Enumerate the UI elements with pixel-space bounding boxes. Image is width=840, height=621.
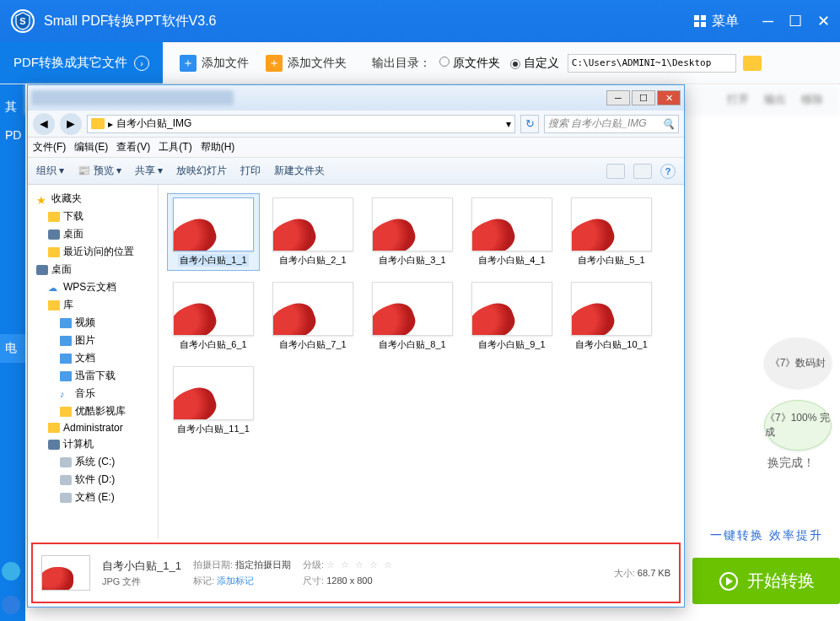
menu-button[interactable]: 菜单 xyxy=(693,13,739,30)
thumbnail xyxy=(571,197,652,251)
detail-thumbnail xyxy=(41,555,90,591)
dialog-menubar: 文件(F) 编辑(E) 查看(V) 工具(T) 帮助(H) xyxy=(28,138,684,158)
open-action[interactable]: 打开 xyxy=(727,92,749,107)
tree-item[interactable]: 库 xyxy=(30,296,156,314)
monitor-icon xyxy=(48,440,60,450)
titlebar: S Small PDF转换PPT软件V3.6 菜单 ─ ☐ ✕ xyxy=(0,0,840,42)
tree-item[interactable]: 计算机 xyxy=(30,435,156,453)
sidebar-tab-3[interactable]: 电 xyxy=(0,334,25,363)
file-label: 自考小白贴_2_1 xyxy=(279,254,346,267)
sidebar-tab-2[interactable]: PD xyxy=(0,122,25,148)
organize-button[interactable]: 组织 ▾ xyxy=(36,164,64,178)
detail-date[interactable]: 指定拍摄日期 xyxy=(235,559,291,570)
detail-dimensions: 1280 x 800 xyxy=(326,575,372,586)
detail-tag[interactable]: 添加标记 xyxy=(217,575,254,586)
folder-icon xyxy=(91,118,105,129)
minimize-button[interactable]: ─ xyxy=(762,14,773,29)
breadcrumb[interactable]: ▸ 自考小白贴_IMG ▾ xyxy=(87,115,515,133)
share-button[interactable]: 共享 ▾ xyxy=(135,164,163,178)
browse-folder-icon[interactable] xyxy=(743,56,762,71)
promo-link[interactable]: 一键转换 效率提升 xyxy=(710,528,823,543)
tree-item[interactable]: ★收藏夹 xyxy=(30,190,156,208)
tree-item[interactable]: 视频 xyxy=(30,314,156,332)
tree-item[interactable]: 系统 (C:) xyxy=(30,453,156,471)
tree-item[interactable]: 图片 xyxy=(30,332,156,349)
refresh-button[interactable]: ↻ xyxy=(520,115,539,133)
menu-tools[interactable]: 工具(T) xyxy=(159,140,191,154)
tree-item[interactable]: 桌面 xyxy=(30,225,156,243)
status-bubble-1: 《7》数码封 xyxy=(764,338,832,388)
dialog-titlebar[interactable]: ─ ☐ ✕ xyxy=(28,85,684,111)
radio-custom-folder[interactable]: 自定义 xyxy=(510,56,559,71)
tab-pdf-convert[interactable]: PDF转换成其它文件 › xyxy=(0,42,163,84)
radio-original-folder[interactable]: 原文件夹 xyxy=(439,56,500,71)
preview-pane-button[interactable] xyxy=(633,164,652,179)
output-action[interactable]: 输出 xyxy=(764,92,786,107)
menu-help[interactable]: 帮助(H) xyxy=(201,140,235,154)
thumbnail xyxy=(471,197,552,251)
sidebar-tab-1[interactable]: 其 xyxy=(0,93,25,122)
print-button[interactable]: 打印 xyxy=(240,164,261,178)
preview-button[interactable]: 📰 预览 ▾ xyxy=(78,164,121,178)
add-file-button[interactable]: ＋ 添加文件 xyxy=(180,55,249,72)
tree-item[interactable]: ☁WPS云文档 xyxy=(30,278,156,296)
nav-forward-button[interactable]: ► xyxy=(60,113,82,135)
new-folder-button[interactable]: 新建文件夹 xyxy=(274,164,325,178)
add-folder-button[interactable]: ＋ 添加文件夹 xyxy=(266,55,347,72)
tree-item[interactable]: 优酷影视库 xyxy=(30,402,156,420)
taskbar-icon-1[interactable] xyxy=(2,562,20,580)
file-item[interactable]: 自考小白贴_4_1 xyxy=(466,193,558,271)
file-item[interactable]: 自考小白贴_3_1 xyxy=(366,193,459,271)
start-convert-button[interactable]: 开始转换 xyxy=(692,558,840,604)
nav-back-button[interactable]: ◄ xyxy=(33,113,55,135)
file-item[interactable]: 自考小白贴_2_1 xyxy=(267,193,359,271)
menu-edit[interactable]: 编辑(E) xyxy=(74,140,108,154)
dialog-maximize-button[interactable]: ☐ xyxy=(632,90,655,105)
svg-rect-4 xyxy=(694,22,699,27)
chevron-right-icon: › xyxy=(134,56,149,71)
tree-item[interactable]: 桌面 xyxy=(30,261,156,278)
file-item[interactable]: 自考小白贴_8_1 xyxy=(366,278,459,355)
taskbar-icon-2[interactable] xyxy=(2,596,20,614)
thumbnail xyxy=(173,282,254,336)
folder-icon xyxy=(48,247,60,257)
file-item[interactable]: 自考小白贴_11_1 xyxy=(167,362,260,440)
folder-tree: ★收藏夹下载桌面最近访问的位置桌面☁WPS云文档库视频图片文档迅雷下载♪音乐优酷… xyxy=(28,185,159,539)
help-icon[interactable]: ? xyxy=(660,164,676,179)
menu-file[interactable]: 文件(F) xyxy=(33,140,66,154)
tree-item[interactable]: 文档 (E:) xyxy=(30,489,156,506)
file-item[interactable]: 自考小白贴_7_1 xyxy=(267,278,359,355)
left-sidebar: 其 PD 电 xyxy=(0,84,25,621)
rating-stars[interactable]: ☆ ☆ ☆ ☆ ☆ xyxy=(326,559,394,570)
tree-item[interactable]: 迅雷下载 xyxy=(30,367,156,385)
maximize-button[interactable]: ☐ xyxy=(789,14,802,29)
tree-item[interactable]: ♪音乐 xyxy=(30,385,156,402)
tree-item[interactable]: 最近访问的位置 xyxy=(30,243,156,261)
thumbnail xyxy=(173,366,254,420)
dialog-close-button[interactable]: ✕ xyxy=(657,90,681,105)
file-item[interactable]: 自考小白贴_1_1 xyxy=(167,193,260,271)
tree-item[interactable]: 软件 (D:) xyxy=(30,471,156,489)
folder-plus-icon: ＋ xyxy=(266,55,283,72)
view-mode-button[interactable] xyxy=(606,164,625,179)
thumbnail xyxy=(471,282,552,336)
file-item[interactable]: 自考小白贴_6_1 xyxy=(167,278,260,355)
slideshow-button[interactable]: 放映幻灯片 xyxy=(176,164,227,178)
folder-icon xyxy=(60,407,72,417)
blue-icon xyxy=(60,354,72,364)
output-path-input[interactable] xyxy=(568,54,736,73)
remove-action[interactable]: 移除 xyxy=(801,92,823,107)
menu-view[interactable]: 查看(V) xyxy=(116,140,150,154)
file-item[interactable]: 自考小白贴_10_1 xyxy=(565,278,658,355)
tree-item[interactable]: 文档 xyxy=(30,349,156,367)
tree-item[interactable]: 下载 xyxy=(30,208,156,225)
file-grid: 自考小白贴_1_1自考小白贴_2_1自考小白贴_3_1自考小白贴_4_1自考小白… xyxy=(159,185,684,539)
folder-icon xyxy=(48,423,60,433)
close-button[interactable]: ✕ xyxy=(817,14,830,29)
status-bubble-2: 《7》100% 完成 xyxy=(764,400,832,451)
tree-item[interactable]: Administrator xyxy=(30,420,156,435)
file-item[interactable]: 自考小白贴_5_1 xyxy=(565,193,658,271)
dialog-minimize-button[interactable]: ─ xyxy=(606,90,630,105)
file-item[interactable]: 自考小白贴_9_1 xyxy=(466,278,558,355)
search-input[interactable]: 搜索 自考小白贴_IMG 🔍 xyxy=(544,115,679,133)
